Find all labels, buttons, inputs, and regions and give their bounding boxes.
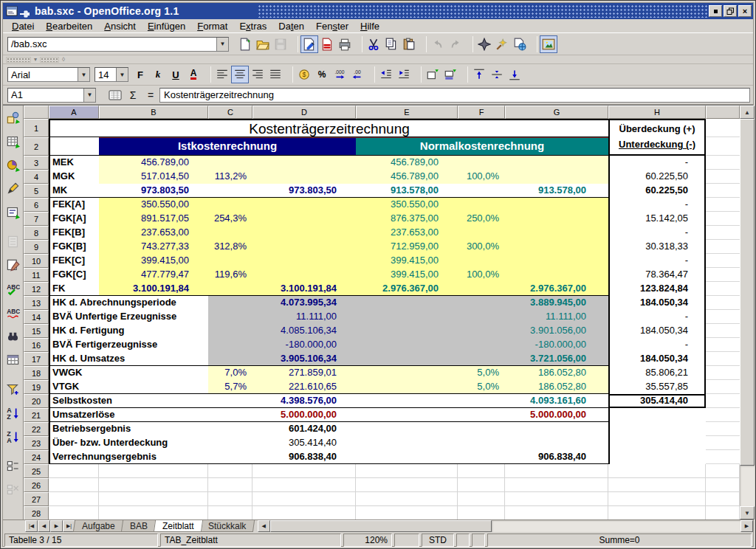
previous-sheet-button[interactable]: ◀ (38, 520, 50, 532)
sheet-tab-bab[interactable]: BAB (121, 520, 157, 532)
cell-G22[interactable] (505, 422, 608, 436)
cell-E6[interactable]: 350.550,00 (356, 198, 458, 212)
cell-F9[interactable]: 300,0% (458, 240, 505, 254)
cell-E18[interactable] (356, 366, 458, 380)
cell-D16[interactable]: -180.000,00 (252, 338, 356, 352)
cell-F14[interactable] (458, 310, 505, 324)
cell-D8[interactable] (252, 226, 356, 240)
cell-H28[interactable] (608, 506, 706, 519)
chevron-down-icon[interactable]: ▾ (34, 57, 37, 63)
cell-D19[interactable]: 221.610,65 (252, 380, 356, 394)
cell-G18[interactable]: 186.052,80 (505, 366, 608, 380)
cell-F11[interactable]: 100,0% (458, 268, 505, 282)
cell-B25[interactable] (99, 464, 208, 478)
column-header-G[interactable]: G (505, 106, 608, 119)
cell-D10[interactable] (252, 254, 356, 268)
menu-fenster[interactable]: Fenster (310, 20, 354, 32)
cell-B6[interactable]: 350.550,00 (99, 198, 208, 212)
insert-button[interactable] (4, 108, 22, 126)
cell-G25[interactable] (505, 464, 608, 478)
cell-F26[interactable] (458, 478, 505, 492)
cell-B19[interactable] (99, 380, 208, 394)
cell-F25[interactable] (458, 464, 505, 478)
column-header-C[interactable]: C (208, 106, 252, 119)
row-header-18[interactable]: 18 (24, 366, 49, 380)
cell-E28[interactable] (356, 506, 458, 519)
cell-B7[interactable]: 891.517,05 (99, 212, 208, 226)
cell-H5[interactable]: 60.225,50 (608, 184, 706, 198)
cell-A9[interactable]: FGK[B] (49, 240, 99, 254)
cell-G3[interactable] (505, 156, 608, 170)
cell-F4[interactable]: 100,0% (458, 170, 505, 184)
gallery-button[interactable] (540, 35, 557, 53)
pen-icon[interactable]: ◊ (62, 57, 65, 63)
toolbar-grip-handle[interactable] (6, 57, 31, 63)
cell-G24[interactable]: 906.838,40 (505, 450, 608, 464)
autofilter-button[interactable] (4, 380, 22, 398)
cell-A18[interactable]: VWGK (49, 366, 99, 380)
edit-file-button[interactable] (300, 35, 318, 53)
cell-E5[interactable]: 913.578,00 (356, 184, 458, 198)
cell-A4[interactable]: MGK (49, 170, 99, 184)
scroll-up-icon[interactable]: ▲ (740, 106, 755, 119)
cell-E20[interactable] (356, 394, 458, 408)
cell-G6[interactable] (505, 198, 608, 212)
ungroup-button[interactable] (4, 480, 22, 498)
cell-G28[interactable] (505, 506, 608, 519)
form-controls-button[interactable] (4, 203, 22, 221)
cell-D24[interactable]: 906.838,40 (252, 450, 356, 464)
cell-G8[interactable] (505, 226, 608, 240)
cell-E25[interactable] (356, 464, 458, 478)
cell-C12[interactable] (208, 282, 252, 296)
cell-F8[interactable] (458, 226, 505, 240)
menu-datei[interactable]: Datei (6, 20, 40, 32)
cell-C21[interactable] (208, 408, 252, 422)
cell-B20[interactable] (99, 394, 208, 408)
sheet-tab-zeitblatt[interactable]: Zeitblatt (154, 520, 203, 532)
minimize-button[interactable] (709, 5, 722, 17)
cell-D9[interactable] (252, 240, 356, 254)
cell-D5[interactable]: 973.803,50 (252, 184, 356, 198)
menu-bearbeiten[interactable]: Bearbeiten (40, 20, 98, 32)
equals-icon[interactable]: = (142, 88, 159, 103)
cell-A23[interactable]: Über- bzw. Unterdeckung (49, 436, 99, 450)
cell-C11[interactable]: 119,6% (208, 268, 252, 282)
cell-H11[interactable]: 78.364,47 (608, 268, 706, 282)
cell-E12[interactable]: 2.976.367,00 (356, 282, 458, 296)
cell-F7[interactable]: 250,0% (458, 212, 505, 226)
cell-C3[interactable] (208, 156, 252, 170)
row-header-10[interactable]: 10 (24, 254, 49, 268)
cell-A20[interactable]: Selbstkosten (49, 394, 99, 408)
menu-hilfe[interactable]: Hilfe (354, 20, 385, 32)
column-header-H[interactable]: H (608, 106, 706, 119)
row-header-3[interactable]: 3 (24, 156, 49, 170)
row-header-28[interactable]: 28 (24, 506, 49, 519)
cell-A17[interactable]: HK d. Umsatzes (49, 352, 99, 366)
cell-H2[interactable]: Unterdeckung (-) (608, 137, 706, 156)
cell-H4[interactable]: 60.225,50 (608, 170, 706, 184)
cell-G7[interactable] (505, 212, 608, 226)
chevron-down-icon[interactable]: ▼ (83, 89, 95, 102)
cell-A27[interactable] (49, 492, 99, 506)
row-header-24[interactable]: 24 (24, 450, 49, 464)
row-header-26[interactable]: 26 (24, 478, 49, 492)
column-header-E[interactable]: E (356, 106, 458, 119)
cell-D23[interactable]: 305.414,40 (252, 436, 356, 450)
row-header-22[interactable]: 22 (24, 422, 49, 436)
spellcheck-button[interactable]: ABC (4, 280, 22, 297)
cell-H6[interactable]: - (608, 198, 706, 212)
cell-A6[interactable]: FEK[A] (49, 198, 99, 212)
chevron-down-icon[interactable]: ▼ (116, 68, 128, 81)
cell-B11[interactable]: 477.779,47 (99, 268, 208, 282)
cell-C23[interactable] (208, 436, 252, 450)
row-header-1[interactable]: 1 (24, 119, 49, 137)
cell-D26[interactable] (252, 478, 356, 492)
cell-E4[interactable]: 456.789,00 (356, 170, 458, 184)
zoom-level-status[interactable]: 120% (343, 534, 392, 547)
cell-D25[interactable] (252, 464, 356, 478)
row-header-25[interactable]: 25 (24, 464, 49, 478)
cell-E21[interactable] (356, 408, 458, 422)
cell-C13[interactable] (208, 296, 252, 310)
cell-D27[interactable] (252, 492, 356, 506)
chevron-down-icon[interactable]: ▼ (78, 68, 89, 81)
